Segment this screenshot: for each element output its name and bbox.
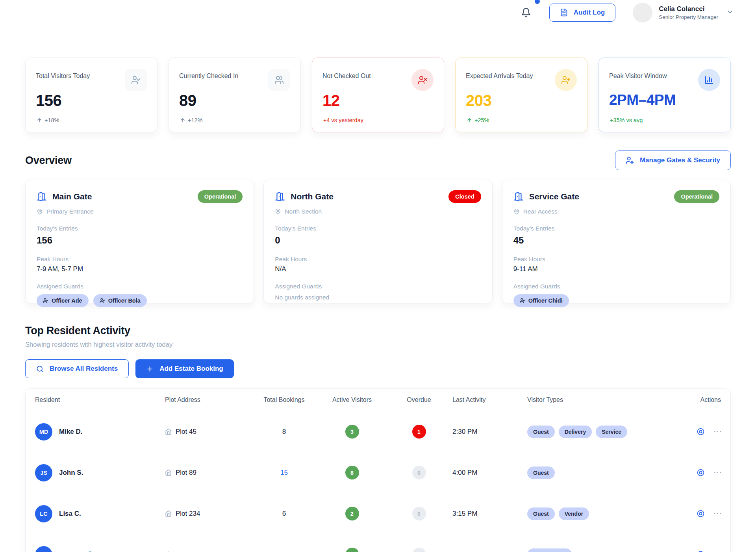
view-button[interactable] [697,509,705,518]
col-actions: Actions [673,396,721,403]
last-activity: 11:45 AM [452,551,527,552]
visitor-type-chip: Professional [527,548,572,552]
bell-icon [521,7,531,18]
table-row: JS John S. Plot 89 15 8 0 4:00 PM Guest [26,452,730,493]
peak-label: Peak Hours [37,256,243,263]
col-visitor-types: Visitor Types [527,396,673,403]
overdue-badge: 1 [412,425,426,439]
users-icon [268,69,290,91]
gates-row: Main Gate Operational Primary Entrance T… [25,180,731,303]
visitor-type-chip: Delivery [559,426,592,438]
guard-chip: Officer Bola [93,294,147,307]
user-x-icon [411,69,434,91]
notification-dot [535,0,540,4]
browse-residents-button[interactable]: Browse All Residents [25,359,129,378]
overview-title: Overview [25,154,72,167]
view-button[interactable] [697,550,705,552]
total-bookings: 8 [282,428,286,436]
stat-label: Currently Checked In [179,69,238,80]
peak-value: 9-11 AM [513,265,719,273]
visitor-type-chip: Guest [527,507,555,520]
add-booking-button[interactable]: Add Estate Booking [135,359,234,378]
guard-chip: Officer Chidi [513,294,569,307]
col-overdue: Overdue [385,396,452,403]
stat-trend: +4 vs yesterday [323,117,363,123]
notifications-button[interactable] [521,7,531,18]
stat-value: 203 [466,92,577,110]
view-button[interactable] [697,468,705,477]
avatar: MD [35,423,52,440]
plot-address: Plot 234 [176,510,200,518]
user-icon [100,298,105,303]
overdue-badge: 0 [412,507,426,520]
document-icon [560,8,568,17]
bar-chart-icon [698,69,720,91]
table-header: Resident Plot Address Total Bookings Act… [26,389,730,411]
peak-label: Peak Hours [513,256,719,263]
last-activity: 4:00 PM [452,469,527,477]
entries-value: 45 [513,235,719,246]
view-button[interactable] [697,427,705,436]
entries-value: 156 [37,235,243,246]
entries-label: Today's Entries [37,225,243,232]
entries-value: 0 [275,235,481,246]
guards-label: Assigned Guards [513,283,719,290]
plot-address: Plot 45 [176,428,196,436]
manage-gates-button[interactable]: Manage Gates & Security [615,151,731,170]
resident-name: Mike D. [59,428,83,436]
stat-label: Expected Arrivals Today [466,69,533,80]
stat-trend: +25% [467,117,489,123]
eye-icon [697,509,705,518]
active-visitors-badge: 3 [345,425,359,439]
user-plus-icon [555,69,577,91]
table-row: MD Mike D. Plot 45 8 3 1 2:30 PM Guest D… [26,411,730,452]
active-visitors-badge: 1 [345,548,359,552]
overdue-badge: 0 [412,466,426,480]
peak-label: Peak Hours [275,256,481,263]
status-badge: Operational [198,190,243,203]
user-menu[interactable]: Celia Colancci Senior Property Manager [633,3,734,22]
more-actions-button[interactable] [714,470,721,475]
plus-icon [146,365,154,373]
stat-card-not-checked-out: Not Checked Out 12 +4 vs yesterday [312,58,444,132]
stat-card-peak-window: Peak Visitor Window 2PM–4PM +35% vs avg [598,58,731,132]
gate-card-north: North Gate Closed North Section Today's … [263,180,492,303]
chevron-down-icon [726,8,734,17]
home-icon [165,469,172,476]
entries-label: Today's Entries [513,225,719,232]
col-last-activity: Last Activity [452,396,527,403]
audit-log-button[interactable]: Audit Log [549,4,615,22]
arrow-up-icon [467,117,472,123]
gate-name: North Gate [291,192,334,201]
door-icon [513,191,524,202]
stat-card-total-visitors: Total Visitors Today 156 +18% [25,58,158,132]
user-role: Senior Property Manager [659,14,718,20]
plot-address: Plot 89 [176,469,196,477]
residents-title: Top Resident Activity [25,325,130,337]
status-badge: Closed [448,190,481,203]
avatar: AA [35,546,52,552]
stat-card-expected-arrivals: Expected Arrivals Today 203 +25% [455,58,587,132]
user-cog-icon [626,156,634,165]
gate-location: Rear Access [523,208,558,215]
stat-trend: +35% vs avg [610,117,643,123]
map-pin-icon [275,208,281,215]
stat-label: Peak Visitor Window [609,69,667,80]
stat-card-checked-in: Currently Checked In 89 +12% [169,58,301,132]
resident-name: John S. [59,469,83,477]
home-icon [165,510,172,517]
more-actions-button[interactable] [714,429,721,434]
no-guards-text: No guards assigned [275,294,481,301]
gate-name: Main Gate [52,192,92,201]
table-row: LC Lisa C. Plot 234 6 2 0 3:15 PM Guest … [26,493,730,534]
eye-icon [697,468,705,477]
col-active-visitors: Active Visitors [319,396,385,403]
eye-icon [697,550,705,552]
more-actions-button[interactable] [714,511,721,516]
total-bookings-link[interactable]: 15 [280,469,288,477]
gate-card-main: Main Gate Operational Primary Entrance T… [25,180,254,303]
door-icon [37,191,47,202]
resident-name: A. Alabi 🔒 [59,550,94,552]
overdue-badge: 0 [412,548,426,552]
col-total-bookings: Total Bookings [250,396,319,403]
